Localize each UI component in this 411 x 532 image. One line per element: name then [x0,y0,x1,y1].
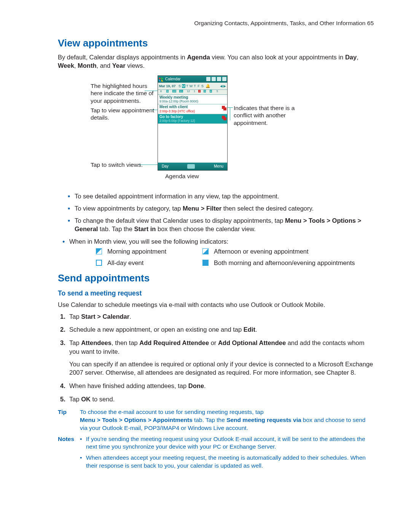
appt-sub: 9:00a-12:00p (Room 8000) [159,99,226,103]
text: tab. Tap the [193,417,226,423]
appt-title: Go to factory [159,115,226,119]
text-bold: Start in [134,225,156,232]
step-item: When have finished adding attendees, tap… [58,382,374,390]
text: to send. [91,396,115,403]
document-page: Organizing Contacts, Appointments, Tasks… [0,0,411,532]
text-bold: Edit [244,326,255,333]
close-icon [222,77,226,81]
hour-ruler: 8 9 10 11 12 1 2 3 4 5 [158,90,227,95]
step-item: Schedule a new appointment, or open an e… [58,325,374,334]
ruler-tick: 1 [194,90,195,93]
device-date: Mar 19, 07 [159,84,176,88]
swatch-both-icon [202,260,209,266]
appointment-item: Meet with client 2:00p-3:30p (HTC office… [158,104,227,114]
weekday-strip: S M T W T F S [178,84,204,88]
text-bold: Send meeting requests via [226,417,301,423]
callout-right-conflict: Indicates that there is a conflict with … [234,104,298,127]
text-bold: Week [58,62,74,69]
text: To view appointments by category, tap [75,205,183,212]
paragraph: Use Calendar to schedule meetings via e-… [58,300,374,309]
callout-left-details: Tap to view appointment details. [91,107,158,122]
weekday-selected: M [182,84,185,88]
appt-sub: 2:00p-5:00p (Factory 12) [159,119,226,123]
step-item: Tap Start > Calendar. [58,312,374,321]
text: . [129,313,131,320]
tip-label: Tip [58,408,80,432]
numbered-steps: Tap Start > Calendar. Schedule a new app… [58,312,374,404]
text: , [74,62,78,69]
leader-line [139,165,158,165]
text-bold: Agenda [187,54,210,61]
signal-icon [212,77,216,81]
legend-label: Morning appointment [107,247,166,256]
softkey-right: Menu [214,164,223,168]
text: box then choose the calendar view. [156,225,255,232]
conflict-icon [222,116,226,120]
ruler-tick-hl: 3 [204,90,206,93]
ruler-tick-hl: 4 [210,90,212,93]
text: tab. Tap the [98,225,134,232]
bullet-list: When in Month view, you will see the fol… [58,237,374,267]
text-bold: Year [112,62,126,69]
swatch-allday-icon [96,260,102,266]
reminder-icon: 🔔 [206,84,210,88]
list-item: If you're sending the meeting request us… [80,435,374,451]
appt-title: Meet with client [159,105,226,109]
text: Tap [69,339,81,346]
text: views. [126,62,145,69]
weekday: S [201,84,204,88]
leader-line [145,91,158,91]
legend-label: Both morning and afternoon/evening appoi… [214,259,355,267]
text-bold: Month [78,62,96,69]
softkey-left: Day [162,164,169,168]
figure-caption: Agenda view [165,173,199,180]
notes-label: Notes [58,435,80,473]
weekday: W [190,84,193,88]
subheading-send-meeting: To send a meeting request [58,289,374,297]
list-item: When attendees accept your meeting reque… [80,454,374,470]
weekday: T [193,84,197,88]
swatch-afternoon-icon [202,248,209,254]
text: To change the default view that Calendar… [75,217,285,224]
weekday: T [186,84,189,88]
appointment-item: Weekly meeting 9:00a-12:00p (Room 8000) [158,95,227,105]
text: Tap [69,313,81,320]
next-icon: ▶ [223,84,226,88]
swatch-morning-icon [96,248,102,254]
text: Use Calendar to schedule meetings via e-… [58,300,374,309]
list-item: To view appointments by category, tap Me… [63,204,374,212]
text-bold: Add Required Attendee [139,339,209,346]
conflict-icon [222,106,226,110]
text: Schedule a new appointment, or open an e… [69,326,244,333]
keyboard-icon [187,164,195,169]
ruler-tick-hl: 11 [179,90,183,93]
weekday: S [178,84,182,88]
text-bold: Attendees [81,339,112,346]
weekday: F [197,84,201,88]
heading-send-appointments: Send appointments [58,272,374,284]
appointment-item-selected: Go to factory 2:00p-5:00p (Factory 12) [158,114,227,124]
text-bold: Start > Calendar [81,313,129,320]
step-item: Tap Attendees, then tap Add Required Att… [58,339,374,377]
text: then select the desired category. [221,205,314,212]
volume-icon [217,77,221,81]
intro-paragraph: By default, Calendar displays appointmen… [58,53,374,70]
text-bold: OK [81,396,91,403]
bullet-list: To see detailed appointment information … [63,192,374,233]
start-icon [159,77,164,81]
list-item: To see detailed appointment information … [63,192,374,200]
ruler-tick-hl: 10 [172,90,176,93]
text: To choose the e-mail account to use for … [80,409,264,415]
leader-line [152,110,158,110]
sync-icon [206,77,210,81]
text: , and [96,62,112,69]
text: . [204,382,206,389]
device-datebar: Mar 19, 07 S M T W T F S 🔔 ◀ ▶ [158,83,227,90]
legend: Morning appointment Afternoon or evening… [96,247,374,267]
tip-block: Tip To choose the e-mail account to use … [58,408,374,432]
text: When in Month view, you will see the fol… [69,238,228,245]
figure-agenda-view: The highlighted hours here indicate the … [58,75,374,190]
device-softkey-bar: Day Menu [158,163,227,170]
notes-block: Notes If you're sending the meeting requ… [58,435,374,473]
heading-view-appointments: View appointments [58,37,374,49]
